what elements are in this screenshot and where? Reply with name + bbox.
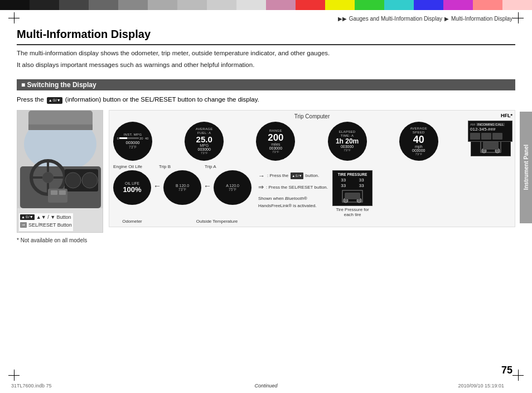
bluetooth-note: Shown when Bluetooth®HandsFreeLink® is a…: [258, 195, 328, 210]
breadcrumb-arrow2: ▶: [444, 16, 449, 22]
screen-trip-a: A 120.0 75°F: [214, 170, 252, 205]
breadcrumb: ▶▶ Gauges and Multi-Information Display …: [338, 16, 512, 22]
bottom-row-labels: Odometer Outside Temperature: [112, 219, 512, 224]
arrow-trip-b-to-a: ←: [204, 181, 211, 190]
button-labels-area: ▲①/▼ ▲▼ / ▼ Button ⇒ SEL/RESET Button: [19, 213, 73, 231]
svg-rect-14: [28, 124, 93, 130]
svg-point-12: [82, 172, 98, 188]
breadcrumb-part2: Multi-Information Display: [451, 16, 512, 22]
info-button-label: ▲①/▼ ▲▼ / ▼ Button: [20, 214, 72, 220]
reg-mark-tl: [8, 12, 20, 23]
hfl-display-box: AM INCOMING CALL 012-345-###: [468, 121, 512, 142]
trip-b-label: Trip B: [159, 164, 199, 169]
car-image: ▲①/▼ ▲▼ / ▼ Button ⇒ SEL/RESET Button: [17, 110, 103, 233]
reg-mark-tr: [512, 12, 524, 23]
svg-point-11: [65, 172, 81, 188]
breadcrumb-arrow1: ▶▶: [338, 16, 347, 22]
tire-pressure-each-tire-label: Tire Pressure for each tire: [332, 207, 373, 217]
page-title: Multi-Information Display: [17, 28, 515, 45]
trip-computer-label: Trip Computer: [112, 113, 512, 119]
diagram-container: ▲①/▼ ▲▼ / ▼ Button ⇒ SEL/RESET Button Tr…: [17, 110, 515, 233]
mid-labels: Engine Oil Life Trip B Trip A: [112, 164, 512, 169]
breadcrumb-part1: Gauges and Multi-Information Display: [349, 16, 442, 22]
section-header: Switching the Display: [17, 79, 515, 90]
instrument-panel-tab: Instrument Panel: [520, 112, 532, 223]
legend-row-2: ⇒ : Press the SEL/RESET button.: [258, 181, 328, 193]
arrow-oil-to-trip: ←: [153, 181, 161, 190]
car-svg: [17, 111, 103, 208]
tire-pressure-each-tire: TIRE PRESSURE 3333 3333: [332, 170, 373, 217]
page-number: 75: [501, 365, 512, 376]
svg-rect-17: [59, 190, 66, 195]
footnote: * Not available on all models: [17, 237, 515, 243]
screen-oil-life: OIL LIFE 100%: [113, 170, 151, 205]
bottom-center-continued: Continued: [254, 383, 277, 389]
display-diagram-wrapper: Trip Computer HFL* INST. MPG 0 20 40: [109, 110, 515, 233]
engine-oil-label: Engine Oil Life: [113, 164, 153, 169]
tire-pressure-values-display: TIRE PRESSURE 3333 3333: [332, 170, 373, 206]
legend-area: → : Press the ▲①/▼ button. ⇒ : Press the…: [258, 170, 328, 210]
screens-container: Trip Computer HFL* INST. MPG 0 20 40: [109, 110, 515, 227]
screen-trip-b: B 120.0 73°F: [163, 170, 201, 205]
main-screens-row: INST. MPG 0 20 40 003000 73°F AVERAGEFUE…: [112, 122, 512, 161]
screen-average-speed: AVERAGESPEED 40 mph 003000 73°F: [399, 122, 438, 161]
svg-rect-21: [483, 141, 499, 150]
svg-rect-25: [345, 193, 360, 199]
color-bar: [0, 0, 532, 10]
svg-point-5: [42, 172, 54, 183]
screen-range: RANGE 200 miles 003000 73°F: [256, 122, 295, 161]
main-content: Multi-Information Display The multi-info…: [17, 28, 515, 376]
description-2: It also displays important messages such…: [17, 60, 515, 70]
sel-reset-button-label: ⇒ SEL/RESET Button: [20, 222, 72, 228]
svg-rect-16: [51, 190, 57, 195]
screen-inst-mpg: INST. MPG 0 20 40 003000 73°F: [113, 122, 152, 161]
odometer-label: Odometer: [113, 219, 151, 224]
outside-temp-label: Outside Temperature: [178, 219, 256, 224]
trip-a-label: Trip A: [205, 164, 245, 169]
hfl-label: HFL*: [501, 113, 512, 118]
screen-average-fuel: AVERAGEFUEL: A 25.0 MPG 003000 73°F: [185, 122, 224, 161]
screen-elapsed-time: ELAPSEDTIME: A 1h 20m 003000 73°F: [328, 122, 367, 161]
bottom-right-info: 2010/09/10 15:19:01: [458, 383, 504, 389]
bottom-left-info: 31TL7600.indb 75: [11, 383, 52, 389]
info-button-icon: ▲①/▼: [47, 97, 62, 104]
instruction-text: Press the ▲①/▼ (information) button or t…: [17, 95, 515, 104]
bottom-screens-row: OIL LIFE 100% ← B 120.0 73°F ← A 120.0: [112, 170, 512, 217]
legend-row-1: → : Press the ▲①/▼ button.: [258, 170, 328, 181]
description-1: The multi-information display shows the …: [17, 49, 515, 58]
